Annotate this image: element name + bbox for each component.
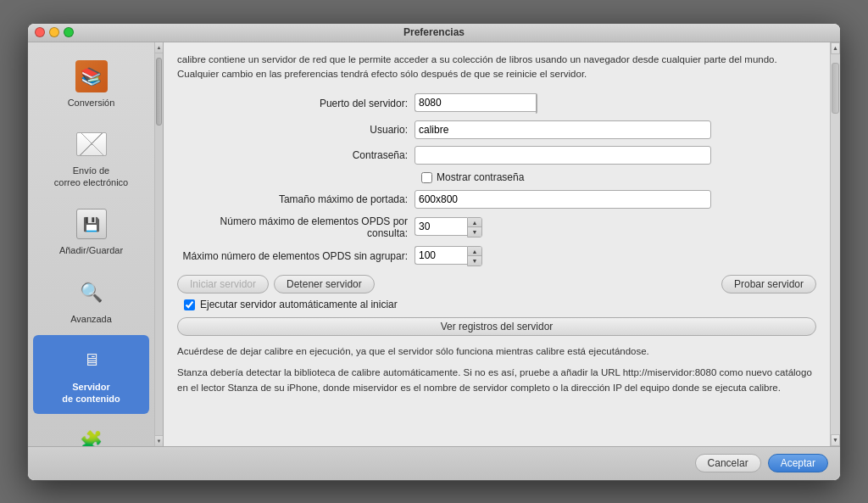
port-decrement-button[interactable]: ▼ [537,103,537,113]
main-scrollbar: ▲ ▼ [830,42,840,446]
opds-max-decrement-button[interactable]: ▼ [468,227,481,237]
scroll-down-arrow[interactable]: ▼ [831,434,840,446]
scroll-track [831,54,840,434]
server-icon: 🖥 [76,345,107,376]
opds-max-increment-button[interactable]: ▲ [468,218,481,227]
info-section: Acuérdese de dejar calibre en ejecución,… [177,344,816,395]
port-spin-buttons: ▲ ▼ [536,93,537,114]
username-label: Usuario: [177,124,415,136]
sidebar-scroll-track [155,53,163,435]
port-increment-button[interactable]: ▲ [537,94,537,103]
add-save-icon-box: 💾 [75,207,108,241]
close-button[interactable] [35,27,45,37]
logs-button-row: Ver registros del servidor [177,317,816,336]
main-panel: calibre contiene un servidor de red que … [164,42,840,446]
stop-server-button[interactable]: Detener servidor [274,275,375,293]
opds-ungroup-row: Máximo número de elementos OPDS sin agru… [177,246,816,266]
email-icon [76,132,107,156]
preferences-window: Preferencias 📚 Conversión Envío decorreo… [27,23,841,481]
cover-size-input[interactable] [415,190,711,209]
cancel-button[interactable]: Cancelar [695,454,761,472]
conversion-icon-box: 📚 [75,59,108,93]
sidebar-label-add-save: Añadir/Guardar [59,244,123,256]
window-title: Preferencias [403,26,465,38]
sidebar-item-content-server[interactable]: 🖥 Servidorde contenido [33,335,149,414]
username-input[interactable] [415,120,711,139]
opds-ungroup-label: Máximo número de elementos OPDS sin agru… [177,250,415,262]
server-icon-box: 🖥 [75,344,108,377]
add-save-icon: 💾 [76,209,107,239]
plugins-icon: 🧩 [76,426,107,446]
auto-start-label[interactable]: Ejecutar servidor automáticamente al ini… [200,299,398,310]
plugins-icon-box: 🧩 [75,424,108,446]
show-password-checkbox[interactable] [421,172,432,183]
sidebar-item-email[interactable]: Envío decorreo electrónico [33,119,149,198]
titlebar: Preferencias [28,24,840,42]
sidebar-item-conversion[interactable]: 📚 Conversión [33,51,149,117]
sidebar-label-conversion: Conversión [68,97,115,109]
view-logs-button[interactable]: Ver registros del servidor [177,317,816,336]
advanced-icon: 🔍 [76,277,107,308]
port-row: Puerto del servidor: ▲ ▼ [177,93,816,114]
maximize-button[interactable] [64,27,74,37]
start-server-button[interactable]: Iniciar servidor [177,275,269,293]
accept-button[interactable]: Aceptar [768,454,828,472]
opds-ungroup-spinbox: ▲ ▼ [415,246,482,266]
sidebar-scroll-down[interactable]: ▼ [155,435,163,446]
scroll-thumb[interactable] [832,63,839,114]
sidebar-label-advanced: Avanzada [70,313,112,325]
test-server-button[interactable]: Probar servidor [721,275,816,293]
scroll-up-arrow[interactable]: ▲ [831,42,840,54]
cover-size-row: Tamaño máximo de portada: [177,190,816,209]
opds-max-row: Número máximo de elementos OPDS por cons… [177,215,816,239]
info-text-2: Stanza debería detectar la biblioteca de… [177,366,816,395]
bottom-bar: Cancelar Aceptar [28,446,840,480]
sidebar-scroll-area: 📚 Conversión Envío decorreo electrónico … [28,42,164,446]
sidebar-scroll-up[interactable]: ▲ [155,42,163,53]
sidebar-item-advanced[interactable]: 🔍 Avanzada [33,267,149,333]
server-action-buttons: Iniciar servidor Detener servidor Probar… [177,275,816,293]
sidebar-label-content-server: Servidorde contenido [62,381,120,405]
sidebar-scroll-thumb[interactable] [156,58,162,126]
advanced-icon-box: 🔍 [75,276,108,310]
opds-ungroup-spin-buttons: ▲ ▼ [467,246,482,266]
content-scroll-container: calibre contiene un servidor de red que … [164,42,840,446]
auto-start-checkbox[interactable] [184,299,195,310]
sidebar-item-add-save[interactable]: 💾 Añadir/Guardar [33,198,149,265]
sidebar-item-plugins[interactable]: 🧩 Complementos [33,416,149,446]
password-label: Contraseña: [177,149,415,161]
show-password-row: Mostrar contraseña [421,171,816,183]
show-password-label[interactable]: Mostrar contraseña [437,171,524,183]
password-row: Contraseña: [177,146,816,165]
port-input[interactable] [415,93,536,112]
main-content-area: 📚 Conversión Envío decorreo electrónico … [28,42,840,446]
password-input[interactable] [415,146,711,165]
opds-max-spin-buttons: ▲ ▼ [467,217,482,238]
auto-start-row: Ejecutar servidor automáticamente al ini… [177,299,816,310]
sidebar-scrollbar: ▲ ▼ [154,42,163,446]
cover-size-label: Tamaño máximo de portada: [177,193,415,205]
settings-content: calibre contiene un servidor de red que … [164,42,830,446]
sidebar-label-email: Envío decorreo electrónico [54,165,128,189]
sidebar: 📚 Conversión Envío decorreo electrónico … [28,42,154,446]
opds-ungroup-increment-button[interactable]: ▲ [468,247,481,256]
port-label: Puerto del servidor: [177,98,415,109]
opds-ungroup-input[interactable] [415,246,467,265]
opds-max-input[interactable] [415,217,467,236]
info-text-1: Acuérdese de dejar calibre en ejecución,… [177,344,816,359]
opds-ungroup-decrement-button[interactable]: ▼ [468,256,481,265]
username-row: Usuario: [177,120,816,139]
email-icon-box [75,127,108,161]
server-description: calibre contiene un servidor de red que … [177,53,816,82]
minimize-button[interactable] [49,27,59,37]
opds-max-label: Número máximo de elementos OPDS por cons… [177,215,415,239]
opds-max-spinbox: ▲ ▼ [415,217,482,238]
port-spinbox: ▲ ▼ [415,93,516,114]
window-controls [35,27,74,37]
conversion-icon: 📚 [75,60,108,92]
